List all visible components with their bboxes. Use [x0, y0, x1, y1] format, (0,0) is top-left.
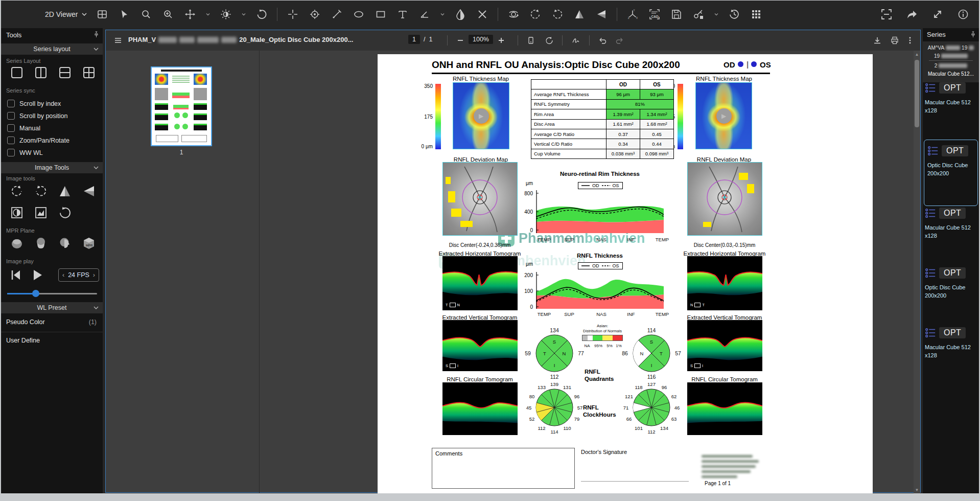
histogram-icon[interactable]	[34, 206, 48, 219]
rotate-ccw-tool-button[interactable]	[551, 8, 564, 21]
flip-horizontal-icon[interactable]	[58, 185, 72, 198]
probe-tool-button[interactable]	[308, 8, 321, 21]
pan-options-chevron-icon[interactable]	[205, 12, 211, 17]
key-image-tool-button[interactable]	[692, 8, 705, 21]
share-button[interactable]	[905, 8, 919, 21]
apps-grid-button[interactable]	[750, 8, 763, 21]
mpr-coronal-icon[interactable]	[34, 237, 48, 250]
rotate-page-button[interactable]	[543, 34, 555, 47]
crosshair-tool-button[interactable]	[286, 8, 299, 21]
wl-preset-user-define[interactable]: User Define	[6, 337, 40, 344]
key-image-chevron-icon[interactable]	[714, 12, 719, 17]
history-button[interactable]	[728, 8, 741, 21]
zoom-out-button[interactable]	[454, 34, 466, 47]
cad-tool-button[interactable]: CAD	[648, 8, 661, 21]
scrollbar-thumb[interactable]	[915, 60, 919, 127]
window-level-tool-button[interactable]	[219, 8, 232, 21]
magnify-tool-button[interactable]	[139, 8, 153, 21]
delete-annotation-button[interactable]	[476, 8, 489, 21]
signature-button[interactable]	[570, 34, 582, 47]
ellipse-tool-button[interactable]	[352, 8, 365, 21]
fps-stepper[interactable]: ‹ 24 FPS ›	[58, 268, 99, 282]
pin-icon[interactable]	[970, 31, 976, 38]
viewer-mode-select[interactable]: 2D Viewer	[45, 10, 87, 18]
save-button[interactable]	[670, 8, 683, 21]
series-card[interactable]: OPT Optic Disc Cube 200x200	[925, 267, 977, 300]
expand-button[interactable]	[931, 8, 944, 21]
undo-button[interactable]	[596, 34, 609, 47]
pseudo-color-count: (1)	[89, 318, 97, 326]
more-options-button[interactable]	[904, 34, 916, 47]
checkbox-manual[interactable]: Manual	[7, 124, 40, 132]
window-level-chevron-icon[interactable]	[241, 12, 246, 17]
checkbox-scroll-by-index[interactable]: Scroll by index	[7, 100, 61, 107]
angle-tool-button[interactable]	[418, 8, 431, 21]
checkbox-zoom-pan-rotate[interactable]: Zoom/Pan/Rotate	[7, 136, 69, 144]
viewer-body: 1 ONH and RNFL OU Analysis:Optic Disc Cu…	[106, 51, 920, 493]
rotate-3d-tool-button[interactable]	[507, 8, 520, 21]
mpr-sagittal-icon[interactable]	[58, 237, 72, 250]
page-current-box[interactable]: 1	[408, 35, 420, 44]
quadrant-value: 114	[647, 327, 656, 333]
od-dot-icon	[738, 61, 743, 67]
frame-slider[interactable]	[7, 290, 97, 297]
layout-1x1-icon[interactable]	[10, 66, 24, 79]
angle-options-chevron-icon[interactable]	[440, 12, 445, 17]
flip-vertical-tool-button[interactable]	[595, 8, 608, 21]
wl-preset-pseudo-color[interactable]: Pseudo Color	[6, 318, 45, 326]
fps-next-button[interactable]: ›	[93, 271, 95, 279]
layout-grid-button[interactable]	[96, 8, 109, 21]
eraser-tool-button[interactable]	[454, 8, 467, 21]
pointer-tool-button[interactable]	[118, 8, 131, 21]
scroll-up-arrow[interactable]: ▲	[914, 51, 920, 58]
menu-button[interactable]	[112, 34, 124, 47]
zoom-in-button[interactable]	[495, 34, 507, 47]
info-button[interactable]	[956, 8, 970, 21]
series-card[interactable]: OPT Macular Cube 512 x128	[925, 208, 977, 240]
mpr-axial-icon[interactable]	[10, 237, 24, 250]
play-icon[interactable]	[31, 268, 44, 282]
rotate-cw-icon[interactable]	[10, 185, 24, 198]
pan-tool-button[interactable]	[183, 8, 197, 21]
clock-value: 96	[574, 394, 580, 399]
rotate-cw-tool-button[interactable]	[529, 8, 542, 21]
mpr-cube-icon[interactable]: MPR	[82, 237, 96, 250]
table-row: Average C/D Ratio0.370.45	[531, 129, 674, 139]
wl-preset-section-header[interactable]: WL Preset	[1, 302, 103, 313]
rotate-ccw-icon[interactable]	[34, 185, 48, 198]
download-button[interactable]	[871, 34, 883, 47]
scroll-down-arrow[interactable]: ▼	[914, 486, 920, 493]
axis-3d-tool-button[interactable]: YZX	[626, 8, 639, 21]
reset-rotate-icon[interactable]	[58, 206, 72, 219]
series-card-selected[interactable]: OPT Optic Disc Cube 200x200	[924, 140, 978, 206]
print-button[interactable]	[889, 34, 901, 47]
document-scrollbar[interactable]: ▲ ▼	[914, 51, 920, 493]
reset-tool-button[interactable]	[255, 8, 268, 21]
checkbox-ww-wl[interactable]: WW WL	[7, 149, 43, 156]
rectangle-tool-button[interactable]	[374, 8, 387, 21]
invert-icon[interactable]	[10, 206, 24, 219]
redo-button[interactable]	[614, 34, 626, 47]
zoom-tool-button[interactable]	[161, 8, 175, 21]
series-layout-section-header[interactable]: Series layout	[1, 43, 103, 55]
flip-vertical-icon[interactable]	[82, 185, 96, 198]
slider-knob[interactable]	[32, 290, 39, 297]
fit-screen-button[interactable]	[880, 8, 893, 21]
skip-start-icon[interactable]	[9, 268, 22, 282]
pin-icon[interactable]	[93, 31, 100, 38]
series-card[interactable]: OPT Macular Cube 512 x128	[925, 327, 977, 359]
circular-tomogram-od	[442, 382, 518, 435]
image-tools-section-header[interactable]: Image Tools	[1, 162, 103, 173]
page-thumbnail[interactable]	[151, 66, 212, 146]
layout-2x1-icon[interactable]	[58, 66, 72, 79]
checkbox-scroll-by-position[interactable]: Scroll by position	[7, 112, 68, 120]
layout-2x2-icon[interactable]	[82, 66, 96, 79]
layout-1x2-icon[interactable]	[34, 66, 48, 79]
fit-page-button[interactable]	[525, 34, 537, 47]
series-card[interactable]: OPT Macular Cube 512 x128	[925, 82, 977, 115]
zoom-value[interactable]: 100%	[469, 35, 493, 44]
fps-prev-button[interactable]: ‹	[62, 271, 64, 279]
text-annotation-tool-button[interactable]	[396, 8, 409, 21]
line-measure-tool-button[interactable]	[330, 8, 343, 21]
flip-horizontal-tool-button[interactable]	[573, 8, 586, 21]
